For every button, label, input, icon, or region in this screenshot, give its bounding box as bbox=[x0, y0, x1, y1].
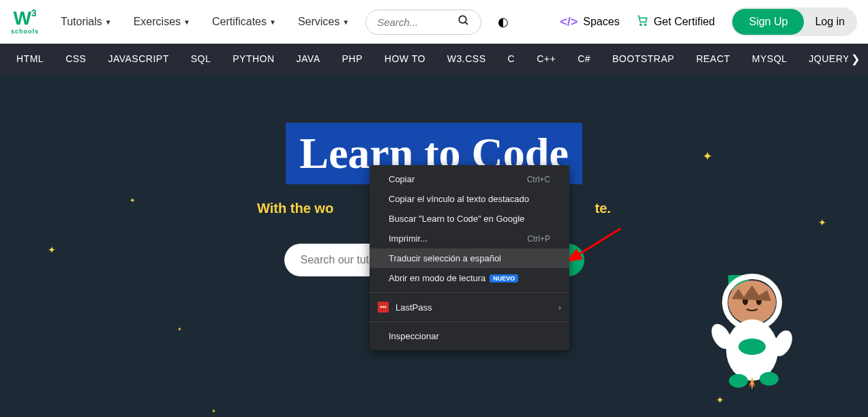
lastpass-icon: ••• bbox=[378, 302, 389, 313]
nav-services[interactable]: Services▼ bbox=[298, 16, 349, 28]
nav-exercises[interactable]: Exercises▼ bbox=[134, 16, 190, 28]
nav-java[interactable]: JAVA bbox=[286, 53, 331, 64]
signup-button[interactable]: Sign Up bbox=[732, 9, 804, 35]
caret-down-icon: ▼ bbox=[269, 18, 276, 26]
ctx-search-google[interactable]: Buscar "Learn to Code" en Google bbox=[370, 209, 569, 229]
ctx-copy[interactable]: Copiar Ctrl+C bbox=[370, 169, 569, 189]
nav-mysql[interactable]: MYSQL bbox=[741, 53, 798, 64]
svg-point-16 bbox=[729, 374, 748, 388]
star-icon: ✦ bbox=[130, 197, 135, 204]
chevron-right-icon: › bbox=[558, 302, 561, 313]
astronaut-illustration bbox=[691, 268, 800, 391]
star-icon: ✦ bbox=[716, 394, 724, 405]
svg-point-3 bbox=[644, 23, 646, 25]
ctx-lastpass[interactable]: ••• LastPass › bbox=[370, 297, 569, 317]
svg-point-2 bbox=[640, 23, 641, 25]
w3schools-logo[interactable]: W 3 schools bbox=[11, 9, 39, 35]
context-menu: Copiar Ctrl+C Copiar el vínculo al texto… bbox=[370, 165, 569, 350]
theme-toggle-icon[interactable]: ◐ bbox=[498, 14, 509, 29]
nav-javascript[interactable]: JAVASCRIPT bbox=[97, 53, 179, 64]
chevron-right-icon[interactable]: ❯ bbox=[848, 53, 863, 66]
nav-certificates[interactable]: Certificates▼ bbox=[212, 16, 276, 28]
nav-howto[interactable]: HOW TO bbox=[374, 53, 436, 64]
search-input[interactable] bbox=[377, 16, 458, 28]
star-icon: ✦ bbox=[702, 149, 713, 164]
star-icon: ✦ bbox=[177, 326, 182, 332]
login-button[interactable]: Log in bbox=[804, 9, 856, 35]
star-icon: ✦ bbox=[818, 217, 826, 228]
code-icon: </> bbox=[560, 15, 578, 29]
ctx-print[interactable]: Imprimir... Ctrl+P bbox=[370, 229, 569, 248]
top-navigation: W 3 schools Tutorials▼ Exercises▼ Certif… bbox=[0, 0, 868, 44]
language-navigation: HTML CSS JAVASCRIPT SQL PYTHON JAVA PHP … bbox=[0, 44, 868, 74]
nav-sql[interactable]: SQL bbox=[180, 53, 222, 64]
logo-letter: W bbox=[13, 9, 31, 28]
nav-tutorials[interactable]: Tutorials▼ bbox=[61, 16, 112, 28]
cart-icon bbox=[636, 14, 648, 30]
svg-point-13 bbox=[738, 339, 766, 355]
caret-down-icon: ▼ bbox=[342, 18, 349, 26]
search-icon[interactable] bbox=[458, 14, 470, 30]
ctx-translate[interactable]: Traducir selección a español bbox=[370, 248, 569, 268]
nav-python[interactable]: PYTHON bbox=[222, 53, 285, 64]
ctx-copy-link[interactable]: Copiar el vínculo al texto destacado bbox=[370, 189, 569, 209]
svg-point-17 bbox=[760, 372, 779, 386]
context-menu-separator bbox=[370, 321, 569, 322]
nav-w3css[interactable]: W3.CSS bbox=[436, 53, 497, 64]
caret-down-icon: ▼ bbox=[183, 18, 190, 26]
svg-line-1 bbox=[465, 22, 468, 25]
logo-sup: 3 bbox=[31, 8, 37, 18]
nav-react[interactable]: REACT bbox=[685, 53, 741, 64]
ctx-reader-mode[interactable]: Abrir en modo de lectura NUEVO bbox=[370, 268, 569, 288]
get-certified-link[interactable]: Get Certified bbox=[636, 14, 715, 30]
logo-subtitle: schools bbox=[11, 28, 39, 35]
caret-down-icon: ▼ bbox=[105, 18, 112, 26]
context-menu-separator bbox=[370, 292, 569, 293]
nav-html[interactable]: HTML bbox=[5, 53, 55, 64]
new-badge: NUEVO bbox=[490, 274, 518, 283]
nav-c[interactable]: C bbox=[497, 53, 526, 64]
search-box[interactable] bbox=[365, 10, 481, 35]
main-nav-items: Tutorials▼ Exercises▼ Certificates▼ Serv… bbox=[61, 16, 349, 28]
star-icon: ✦ bbox=[211, 408, 216, 414]
star-icon: ✦ bbox=[48, 244, 56, 255]
svg-point-0 bbox=[459, 16, 466, 23]
svg-line-18 bbox=[576, 229, 620, 256]
nav-csharp[interactable]: C# bbox=[567, 53, 601, 64]
right-nav: </> Spaces Get Certified Sign Up Log in bbox=[560, 8, 857, 36]
nav-php[interactable]: PHP bbox=[331, 53, 374, 64]
nav-cpp[interactable]: C++ bbox=[526, 53, 567, 64]
nav-bootstrap[interactable]: BOOTSTRAP bbox=[601, 53, 685, 64]
ctx-inspect[interactable]: Inspeccionar bbox=[370, 326, 569, 346]
nav-css[interactable]: CSS bbox=[55, 53, 97, 64]
annotation-arrow bbox=[569, 225, 624, 269]
spaces-link[interactable]: </> Spaces bbox=[560, 15, 619, 29]
